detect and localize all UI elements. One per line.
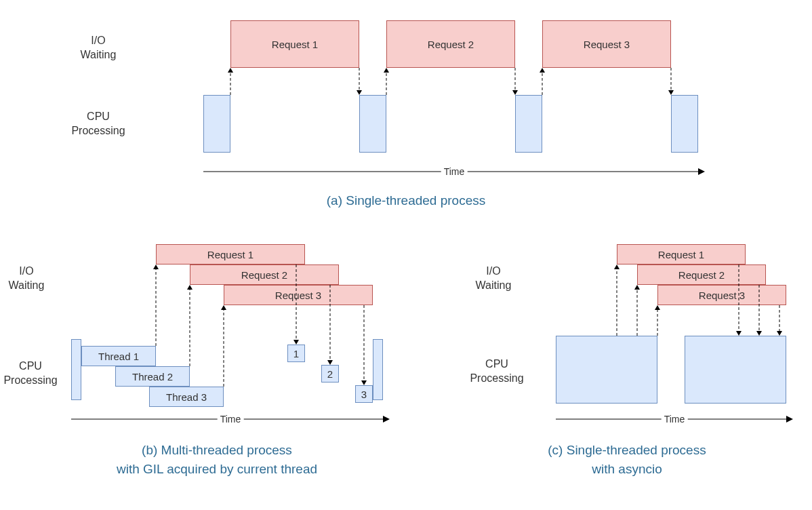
- svg-marker-17: [187, 285, 192, 290]
- panel-b-cpu-post: [373, 339, 383, 400]
- panel-c-cpu-1: [556, 336, 657, 404]
- svg-marker-21: [293, 340, 299, 345]
- svg-marker-27: [383, 416, 390, 423]
- svg-marker-23: [327, 360, 333, 365]
- svg-marker-15: [153, 264, 159, 269]
- svg-marker-31: [634, 285, 640, 290]
- svg-marker-33: [655, 305, 660, 310]
- panel-b-small-2: 2: [321, 365, 339, 382]
- panel-c-io-label: I/O Waiting: [470, 264, 517, 293]
- svg-marker-11: [668, 90, 674, 95]
- panel-a-cpu-2: [359, 95, 386, 153]
- panel-a-cpu-4: [671, 95, 698, 153]
- svg-marker-5: [384, 68, 389, 73]
- svg-marker-13: [698, 168, 705, 175]
- caption-b: (b) Multi-threaded process with GIL acqu…: [0, 441, 434, 478]
- panel-c-request-1: Request 1: [617, 244, 746, 264]
- panel-a-request-1: Request 1: [230, 20, 359, 68]
- caption-c: (c) Single-threaded process with asyncio: [447, 441, 807, 478]
- panel-a-cpu-3: [515, 95, 542, 153]
- svg-marker-3: [357, 90, 362, 95]
- svg-marker-39: [777, 331, 782, 336]
- svg-marker-37: [756, 331, 762, 336]
- panel-a-request-3: Request 3: [542, 20, 671, 68]
- panel-a-cpu-1: [203, 95, 230, 153]
- panel-b-time-label: Time: [218, 414, 244, 425]
- panel-b-request-2: Request 2: [190, 264, 339, 285]
- svg-marker-9: [540, 68, 545, 73]
- panel-b-thread-3: Thread 3: [149, 387, 224, 407]
- panel-c-cpu-2: [685, 336, 786, 404]
- panel-b-request-1: Request 1: [156, 244, 305, 264]
- panel-b-cpu-label: CPU Processing: [0, 359, 64, 388]
- panel-a-time-label: Time: [441, 166, 468, 177]
- svg-marker-29: [614, 264, 620, 269]
- panel-b-cpu-pre: [71, 339, 81, 400]
- panel-b-request-3: Request 3: [224, 285, 373, 305]
- svg-marker-1: [228, 68, 233, 73]
- concurrency-diagram: I/O Waiting CPU Processing Request 1 Req…: [0, 0, 812, 510]
- panel-b-thread-2: Thread 2: [115, 366, 190, 387]
- panel-c-time-label: Time: [662, 414, 688, 425]
- panel-c-request-2: Request 2: [637, 264, 766, 285]
- caption-a: (a) Single-threaded process: [0, 193, 812, 208]
- panel-c-cpu-label: CPU Processing: [463, 357, 531, 386]
- panel-b-small-1: 1: [287, 345, 305, 362]
- svg-marker-25: [361, 380, 367, 385]
- svg-marker-41: [786, 416, 793, 423]
- panel-b-io-label: I/O Waiting: [3, 264, 50, 293]
- panel-a-connectors: [0, 68, 812, 95]
- panel-a-io-label: I/O Waiting: [75, 34, 122, 62]
- svg-marker-19: [221, 305, 226, 310]
- panel-a-request-2: Request 2: [386, 20, 515, 68]
- svg-marker-35: [736, 331, 742, 336]
- panel-b-small-3: 3: [355, 385, 373, 403]
- panel-c-request-3: Request 3: [657, 285, 786, 305]
- svg-marker-7: [512, 90, 518, 95]
- panel-b-thread-1: Thread 1: [81, 346, 156, 366]
- panel-a-cpu-label: CPU Processing: [64, 110, 132, 138]
